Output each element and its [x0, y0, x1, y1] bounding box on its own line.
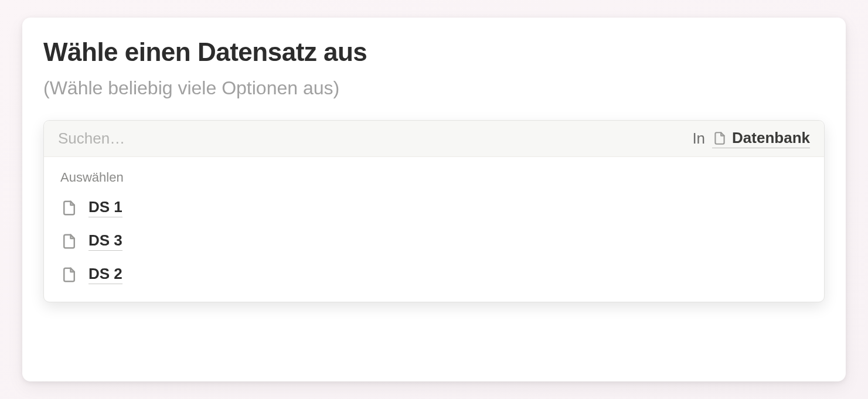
document-icon [712, 131, 727, 146]
option-item[interactable]: DS 3 [51, 224, 817, 258]
option-item[interactable]: DS 1 [51, 191, 817, 224]
selection-card: Wähle einen Datensatz aus (Wähle beliebi… [22, 18, 846, 381]
card-title: Wähle einen Datensatz aus [43, 37, 825, 67]
option-label: DS 3 [88, 231, 122, 251]
option-item[interactable]: DS 2 [51, 258, 817, 291]
in-label: In [692, 129, 705, 148]
database-source-chip[interactable]: Datenbank [712, 129, 810, 148]
document-icon [60, 266, 78, 284]
database-source-label: Datenbank [732, 129, 810, 147]
select-heading: Auswählen [44, 157, 824, 190]
search-input[interactable] [58, 129, 685, 148]
option-label: DS 2 [88, 265, 122, 284]
search-row: In Datenbank [44, 121, 824, 157]
card-subtitle: (Wähle beliebig viele Optionen aus) [43, 77, 825, 99]
record-picker: In Datenbank Auswählen DS 1 [43, 120, 825, 302]
option-label: DS 1 [88, 198, 122, 217]
divider [43, 354, 825, 354]
document-icon [60, 233, 78, 250]
option-list: DS 1 DS 3 DS 2 [44, 190, 824, 302]
document-icon [60, 199, 78, 217]
